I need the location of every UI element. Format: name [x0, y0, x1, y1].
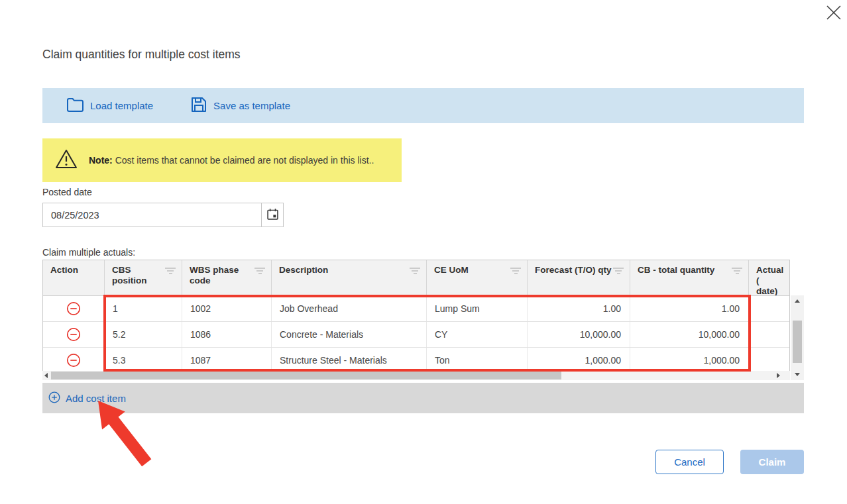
add-cost-item-button[interactable]: Add cost item	[48, 391, 126, 405]
load-template-button[interactable]: Load template	[66, 97, 153, 115]
column-header-action: Action	[43, 260, 105, 295]
folder-icon	[66, 97, 84, 115]
cell-wbs-phase-code: 1087	[182, 348, 272, 373]
horizontal-scrollbar-thumb[interactable]	[51, 372, 561, 379]
claim-grid: Action CBS position WBS phase code Descr…	[42, 260, 790, 374]
cell-cb-total-quantity: 1,000.00	[630, 348, 749, 373]
cell-actual-qty[interactable]	[749, 322, 789, 347]
scroll-up-icon[interactable]	[795, 299, 800, 303]
column-header-description: Description	[272, 260, 427, 295]
minus-circle-icon	[66, 301, 81, 316]
cell-actual-qty[interactable]	[749, 348, 789, 373]
posted-date-field	[42, 203, 284, 227]
table-row: 5.2 1086 Concrete - Materials CY 10,000.…	[43, 322, 789, 348]
filter-icon[interactable]	[410, 268, 420, 276]
cancel-button[interactable]: Cancel	[655, 450, 724, 474]
cell-ce-uom: Lump Sum	[427, 296, 528, 321]
claim-table-caption: Claim multiple actuals:	[42, 247, 135, 258]
note-prefix: Note:	[89, 155, 113, 166]
scroll-right-icon[interactable]	[777, 373, 780, 378]
template-toolbar: Load template Save as template	[42, 88, 804, 123]
cell-forecast-qty: 1.00	[528, 296, 630, 321]
cell-cbs-position: 1	[105, 296, 182, 321]
cell-description: Concrete - Materials	[272, 322, 427, 347]
cell-forecast-qty: 1,000.00	[528, 348, 630, 373]
horizontal-scrollbar[interactable]	[42, 371, 790, 380]
cell-description: Job Overhead	[272, 296, 427, 321]
column-header-cbs-position: CBS position	[105, 260, 182, 295]
warning-icon	[54, 148, 78, 173]
note-text: Note: Cost items that cannot be claimed …	[89, 155, 374, 166]
filter-icon[interactable]	[732, 268, 742, 276]
minus-circle-icon	[66, 353, 81, 368]
table-row: 1 1002 Job Overhead Lump Sum 1.00 1.00	[43, 296, 789, 322]
vertical-scrollbar[interactable]	[791, 295, 804, 380]
remove-row-button[interactable]	[66, 301, 81, 316]
cell-wbs-phase-code: 1086	[182, 322, 272, 347]
cell-forecast-qty: 10,000.00	[528, 322, 630, 347]
column-header-wbs-phase-code: WBS phase code	[182, 260, 272, 295]
save-icon	[190, 96, 207, 115]
cell-ce-uom: CY	[427, 322, 528, 347]
save-as-template-button[interactable]: Save as template	[190, 96, 290, 115]
vertical-scrollbar-thumb[interactable]	[793, 321, 802, 363]
cell-cb-total-quantity: 1.00	[630, 296, 749, 321]
calendar-icon	[266, 207, 280, 223]
remove-row-button[interactable]	[66, 327, 81, 342]
note-banner: Note: Cost items that cannot be claimed …	[42, 138, 402, 182]
date-picker-button[interactable]	[261, 203, 283, 227]
plus-circle-icon	[48, 391, 60, 405]
cell-cbs-position: 5.2	[105, 322, 182, 347]
scroll-down-icon[interactable]	[795, 373, 800, 376]
table-row: 5.3 1087 Structure Steel - Materials Ton…	[43, 348, 789, 373]
claim-button[interactable]: Claim	[740, 450, 804, 474]
scroll-left-icon[interactable]	[44, 373, 48, 378]
column-header-cb-total-quantity: CB - total quantity	[630, 260, 749, 295]
posted-date-label: Posted date	[42, 187, 92, 197]
add-cost-item-bar: Add cost item	[42, 383, 804, 413]
column-header-forecast-qty: Forecast (T/O) qty	[528, 260, 630, 295]
cell-cb-total-quantity: 10,000.00	[630, 322, 749, 347]
cell-actual-qty[interactable]	[749, 296, 789, 321]
filter-icon[interactable]	[165, 268, 176, 276]
add-cost-item-label: Add cost item	[66, 393, 126, 404]
cell-ce-uom: Ton	[427, 348, 528, 373]
filter-icon[interactable]	[510, 268, 521, 276]
posted-date-input[interactable]	[43, 203, 261, 227]
load-template-label: Load template	[90, 100, 153, 111]
filter-icon[interactable]	[254, 268, 265, 276]
cell-wbs-phase-code: 1002	[182, 296, 272, 321]
save-as-template-label: Save as template	[213, 100, 290, 111]
column-header-actual-date: Actual (date)	[749, 260, 789, 295]
cell-cbs-position: 5.3	[105, 348, 182, 373]
minus-circle-icon	[66, 327, 81, 342]
close-button[interactable]	[823, 3, 844, 24]
cell-description: Structure Steel - Materials	[272, 348, 427, 373]
header-row: Action CBS position WBS phase code Descr…	[43, 260, 789, 296]
remove-row-button[interactable]	[66, 353, 81, 368]
claim-table: Action CBS position WBS phase code Descr…	[42, 260, 804, 381]
claim-quantities-dialog: Claim quantities for multiple cost items…	[0, 0, 847, 504]
column-header-ce-uom: CE UoM	[427, 260, 528, 295]
page-title: Claim quantities for multiple cost items	[42, 48, 241, 62]
filter-icon[interactable]	[613, 268, 624, 276]
close-icon	[824, 3, 843, 24]
